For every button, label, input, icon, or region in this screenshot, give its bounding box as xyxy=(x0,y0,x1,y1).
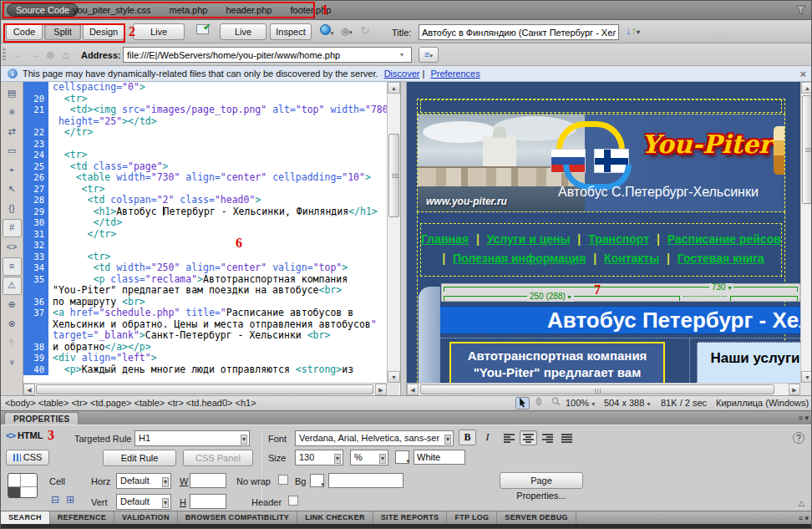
close-info-bar-icon[interactable]: × xyxy=(799,67,806,82)
code-line[interactable]: 33 <tr> xyxy=(23,252,388,263)
results-tab-site-reports[interactable]: SITE REPORTS xyxy=(373,511,448,525)
highlight-invalid-code-icon[interactable]: <> xyxy=(3,238,22,257)
word-wrap-icon[interactable]: ≡ xyxy=(3,257,22,276)
code-line[interactable]: 20 <tr> xyxy=(23,94,388,105)
address-input[interactable] xyxy=(123,47,412,63)
hand-tool-icon[interactable] xyxy=(532,397,546,409)
nav-link[interactable]: Главная xyxy=(421,232,469,246)
apply-comment-icon[interactable]: ⊕ xyxy=(3,296,22,314)
code-line[interactable]: 24 <tr> xyxy=(23,150,388,161)
discover-link[interactable]: Discover xyxy=(384,69,420,79)
code-line[interactable]: target="_blank">Санкт-Петербург - Хельси… xyxy=(23,330,388,342)
check-browser-compatibility-icon[interactable]: ✔ xyxy=(191,24,213,39)
panel-menu-icon[interactable]: ≡ ▾ xyxy=(799,414,809,422)
text-color-swatch[interactable] xyxy=(395,450,409,464)
properties-tab[interactable]: PROPERTIES xyxy=(4,412,79,425)
align-center-button[interactable] xyxy=(520,430,537,445)
code-line[interactable]: 30 </td> xyxy=(23,217,388,229)
home-icon[interactable]: ⌂ xyxy=(63,48,69,61)
pointer-tool-icon[interactable] xyxy=(515,397,530,409)
validate-markup-icon[interactable]: ◎▾ xyxy=(338,24,355,39)
results-tab-ftp-log[interactable]: FTP LOG xyxy=(447,511,497,525)
design-vertical-scrollbar[interactable]: ▲ ▼ xyxy=(800,82,812,383)
stop-icon[interactable]: ⊗ xyxy=(46,48,55,61)
forward-icon[interactable]: → xyxy=(29,48,40,61)
design-view-button[interactable]: Design xyxy=(83,23,124,40)
code-line[interactable]: 39<div align="left"> xyxy=(23,353,388,364)
code-line[interactable]: 38и обратно</a></p> xyxy=(23,342,388,354)
align-right-button[interactable] xyxy=(539,430,556,445)
scroll-down-icon[interactable]: ▼ xyxy=(388,371,400,383)
results-tab-validation[interactable]: VALIDATION xyxy=(114,511,178,525)
vert-select[interactable]: Default xyxy=(116,494,171,510)
title-input[interactable] xyxy=(419,24,619,40)
cell-width-input[interactable] xyxy=(190,473,226,488)
css-mode-button[interactable]: CSS xyxy=(6,450,49,465)
bg-color-input[interactable] xyxy=(328,473,403,488)
format-source-code-icon[interactable]: ¶ xyxy=(3,334,22,353)
page-heading[interactable]: Автобус Петербург - Хельсинки xyxy=(440,306,800,334)
results-tab-browser-compatibility[interactable]: BROWSER COMPATIBILITY xyxy=(178,511,297,525)
show-code-navigator-icon[interactable]: ✳ xyxy=(3,104,22,122)
related-file-tab[interactable]: footer.php xyxy=(290,5,331,15)
line-numbers-icon[interactable]: # xyxy=(3,219,22,237)
html-mode-button[interactable]: <> HTML xyxy=(6,430,43,440)
scroll-right-icon[interactable]: ▶ xyxy=(375,384,387,395)
tag-selector-item[interactable]: <td.head0> xyxy=(186,398,233,408)
tag-selector-item[interactable]: <td.page> xyxy=(90,398,132,408)
tag-selector-item[interactable]: <table> xyxy=(134,398,165,408)
font-select[interactable]: Verdana, Arial, Helvetica, sans-serif xyxy=(295,430,454,446)
preview-in-browser-icon[interactable]: ▾ xyxy=(318,24,335,39)
code-line[interactable]: "You-Piter" предлагает вам поездки на ав… xyxy=(23,285,388,297)
merge-cells-icon[interactable]: ⊟ xyxy=(51,494,59,506)
edit-rule-button[interactable]: Edit Rule xyxy=(103,450,176,466)
select-parent-tag-icon[interactable]: ↖ xyxy=(3,181,22,199)
scroll-left-icon[interactable]: ◀ xyxy=(407,384,419,395)
code-view-button[interactable]: Code xyxy=(6,23,43,40)
css-panel-button[interactable]: CSS Panel xyxy=(183,450,253,466)
nav-link[interactable]: Транспорт xyxy=(588,232,649,246)
syntax-error-alerts-icon[interactable]: ⚠ xyxy=(3,277,22,295)
code-hscroll-thumb[interactable] xyxy=(36,384,373,394)
code-line[interactable]: 21 <td><img src="images/page_top.png" al… xyxy=(23,104,388,116)
company-reclama-box[interactable]: Автотранспортная компания "You-Piter" пр… xyxy=(449,342,665,383)
file-get-put-icon[interactable]: ↓↑▾ xyxy=(626,24,640,37)
tag-selector-item[interactable]: <tr> xyxy=(71,398,88,408)
table-width-bar[interactable]: 730 ▾ 250 (288) ▾ xyxy=(441,283,800,302)
scroll-up-icon[interactable]: ▲ xyxy=(388,82,400,94)
zoom-tool-icon[interactable] xyxy=(549,397,563,409)
code-view-pane[interactable]: ▤✳⇄▭+↖{}#<>≡⚠⊕⊗¶» cellspacing="0">20 <tr… xyxy=(1,82,400,395)
back-icon[interactable]: ← xyxy=(13,48,23,61)
scroll-left-icon[interactable]: ◀ xyxy=(23,384,35,395)
code-line[interactable]: 40 <p>Каждый день многие люди отправляют… xyxy=(23,364,388,376)
remove-comment-icon[interactable]: ⊗ xyxy=(3,315,22,333)
related-file-tab[interactable]: meta.php xyxy=(170,5,208,15)
source-code-tab[interactable]: Source Code xyxy=(7,3,79,17)
expand-all-icon[interactable]: + xyxy=(3,161,22,180)
collapse-panel-icon[interactable]: △ xyxy=(799,499,804,507)
window-size-dropdown[interactable]: 504 x 388 ▾ xyxy=(604,396,650,411)
horz-select[interactable]: Default xyxy=(116,473,171,489)
address-dropdown-icon[interactable]: ▾ xyxy=(400,51,403,58)
balance-braces-icon[interactable]: {} xyxy=(3,200,22,218)
no-wrap-checkbox[interactable] xyxy=(278,475,288,485)
related-file-tab[interactable]: header.php xyxy=(226,5,272,15)
size-unit-select[interactable]: % xyxy=(350,450,388,465)
inspect-button[interactable]: Inspect xyxy=(270,23,312,40)
text-color-input[interactable] xyxy=(414,450,465,465)
design-view-pane[interactable]: www.you-piter.ru You-Piter Автобус С.Пет… xyxy=(407,82,812,395)
design-canvas[interactable]: www.you-piter.ru You-Piter Автобус С.Пет… xyxy=(407,82,800,383)
split-cell-icon[interactable]: ⊞ xyxy=(66,494,74,506)
split-view-button[interactable]: Split xyxy=(44,23,81,40)
bg-color-swatch[interactable] xyxy=(310,474,324,487)
tag-selector-item[interactable]: <table> xyxy=(38,398,69,408)
panel-menu-icon[interactable]: ≡ ▾ xyxy=(799,514,809,522)
results-tab-link-checker[interactable]: LINK CHECKER xyxy=(297,511,373,525)
results-tab-reference[interactable]: REFERENCE xyxy=(50,511,114,525)
help-icon[interactable]: ? xyxy=(793,432,804,444)
code-line[interactable]: 25 <td class="page"> xyxy=(23,161,388,173)
justify-button[interactable] xyxy=(558,430,576,445)
table-width-730[interactable]: 730 ▾ xyxy=(709,283,733,292)
code-scroll-thumb[interactable] xyxy=(388,134,399,217)
split-view-divider[interactable] xyxy=(400,82,407,395)
